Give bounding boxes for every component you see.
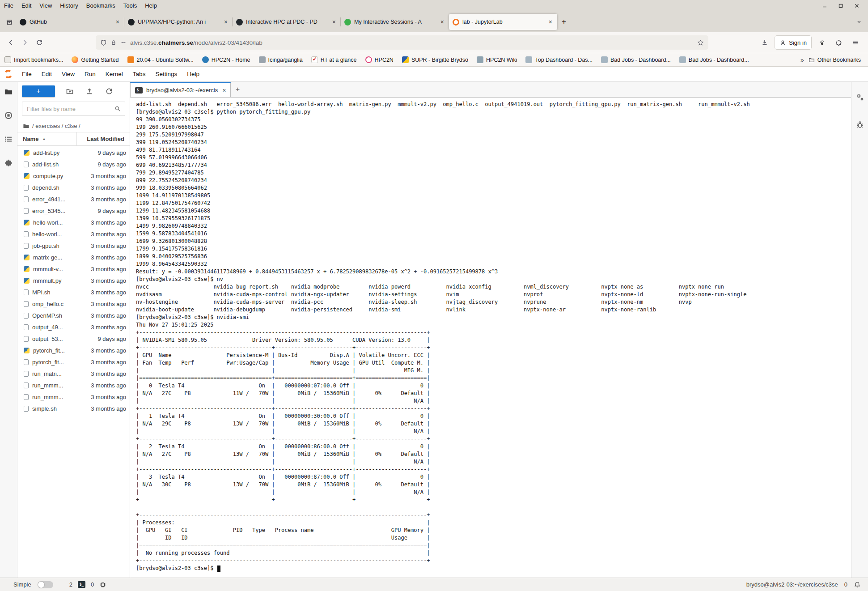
- bookmark-item[interactable]: Bad Jobs - Dashboard...: [679, 56, 749, 63]
- browser-menu-bookmarks[interactable]: Bookmarks: [82, 0, 119, 12]
- browser-tab[interactable]: GitHub×: [16, 14, 124, 30]
- bookmark-item[interactable]: Top Dashboard - Das...: [525, 56, 593, 63]
- kernel-count[interactable]: 0: [90, 581, 95, 588]
- notification-count[interactable]: 0: [844, 581, 847, 588]
- bookmark-star-icon[interactable]: [697, 39, 704, 46]
- file-row[interactable]: depend.sh3 months ago: [17, 182, 130, 193]
- add-tab-button[interactable]: +: [231, 83, 244, 96]
- browser-tab[interactable]: My Interactive Sessions - A×: [341, 14, 449, 30]
- gnome-extension-icon[interactable]: [814, 35, 829, 50]
- tracking-shield-icon[interactable]: [100, 39, 107, 46]
- column-modified-header[interactable]: Last Modified: [81, 136, 124, 142]
- file-row[interactable]: pytorch_fit...3 months ago: [17, 356, 130, 368]
- browser-menu-history[interactable]: History: [56, 0, 82, 12]
- file-row[interactable]: hello-worl...3 months ago: [17, 228, 130, 240]
- bookmark-item[interactable]: HPC2N: [365, 56, 394, 63]
- filter-files-input[interactable]: [26, 105, 114, 113]
- forward-icon[interactable]: [18, 35, 32, 50]
- file-row[interactable]: mmmult-v...3 months ago: [17, 263, 130, 275]
- browser-tab[interactable]: Interactive HPC at PDC - PD×: [233, 14, 341, 30]
- close-window-icon[interactable]: [852, 2, 862, 10]
- upload-icon[interactable]: [85, 86, 94, 96]
- lock-icon[interactable]: [110, 39, 117, 46]
- file-row[interactable]: omp_hello.c3 months ago: [17, 298, 130, 310]
- debugger-bug-icon[interactable]: [855, 119, 865, 130]
- extension-puzzle-icon[interactable]: [831, 35, 846, 50]
- file-row[interactable]: OpenMP.sh3 months ago: [17, 310, 130, 321]
- browser-menu-view[interactable]: View: [35, 0, 56, 12]
- bookmark-item[interactable]: SUPR - Birgitte Brydsö: [402, 56, 468, 63]
- property-inspector-icon[interactable]: [855, 92, 865, 102]
- file-row[interactable]: run_matri...3 months ago: [17, 368, 130, 379]
- file-row[interactable]: output_49...3 months ago: [17, 321, 130, 333]
- bookmark-item[interactable]: Bad Jobs - Dashboard...: [601, 56, 671, 63]
- file-row[interactable]: simple.sh3 months ago: [17, 403, 130, 414]
- permissions-icon[interactable]: [120, 39, 127, 46]
- tab-close-icon[interactable]: ×: [223, 18, 229, 26]
- file-browser-icon[interactable]: [3, 86, 14, 97]
- list-all-tabs-icon[interactable]: [853, 15, 865, 29]
- running-kernels-icon[interactable]: [3, 110, 14, 121]
- file-row[interactable]: MPI.sh3 months ago: [17, 286, 130, 298]
- tab-close-icon[interactable]: ×: [547, 18, 554, 26]
- simple-mode-toggle[interactable]: [38, 581, 53, 588]
- jupyter-menu-view[interactable]: View: [57, 67, 80, 81]
- terminal-tab[interactable]: $_ brydso@alvis2-03:~/exercis ×: [130, 82, 231, 97]
- terminal-count[interactable]: 2: [68, 581, 73, 588]
- url-bar[interactable]: alvis.c3se.chalmers.se/node/alvis2-03/41…: [96, 35, 708, 50]
- jupyter-menu-settings[interactable]: Settings: [150, 67, 182, 81]
- terminal-path-status[interactable]: brydso@alvis2-03:~/exercises/c3se: [746, 581, 838, 588]
- file-row[interactable]: job-gpu.sh3 months ago: [17, 240, 130, 251]
- reload-icon[interactable]: [32, 35, 47, 50]
- file-row[interactable]: compute.py3 months ago: [17, 170, 130, 182]
- bookmark-item[interactable]: 20.04 - Ubuntu Softw...: [127, 56, 194, 63]
- back-icon[interactable]: [4, 35, 18, 50]
- hamburger-menu-icon[interactable]: [848, 35, 863, 50]
- breadcrumb-path[interactable]: / exercises / c3se /: [32, 123, 80, 129]
- bookmark-item[interactable]: Getting Started: [72, 56, 119, 63]
- sign-in-button[interactable]: Sign in: [775, 35, 812, 50]
- new-folder-icon[interactable]: [65, 86, 75, 96]
- column-name-header[interactable]: Name ▲: [23, 136, 76, 142]
- bookmark-item[interactable]: Icinga/ganglia: [259, 56, 303, 63]
- extension-manager-icon[interactable]: [3, 157, 14, 168]
- file-row[interactable]: error_5345...9 days ago: [17, 205, 130, 217]
- bookmarks-overflow-icon[interactable]: »: [796, 56, 809, 64]
- file-row[interactable]: matrix-ge...3 months ago: [17, 251, 130, 263]
- tab-close-icon[interactable]: ×: [221, 87, 226, 94]
- bookmark-item[interactable]: Import bookmarks...: [4, 56, 63, 63]
- minimize-icon[interactable]: [820, 2, 830, 10]
- url-text[interactable]: alvis.c3se.chalmers.se/node/alvis2-03/41…: [130, 39, 694, 46]
- breadcrumb[interactable]: / exercises / c3se /: [17, 119, 130, 132]
- browser-menu-edit[interactable]: Edit: [17, 0, 35, 12]
- tab-close-icon[interactable]: ×: [114, 18, 121, 26]
- jupyter-menu-file[interactable]: File: [17, 67, 37, 81]
- browser-tab[interactable]: lab - JupyterLab×: [449, 14, 557, 30]
- firefox-view-icon[interactable]: [3, 15, 16, 30]
- jupyter-menu-kernel[interactable]: Kernel: [101, 67, 128, 81]
- browser-menu-file[interactable]: File: [0, 0, 17, 12]
- file-row[interactable]: pytorch_fit...3 months ago: [17, 344, 130, 356]
- tab-close-icon[interactable]: ×: [331, 18, 337, 26]
- jupyter-menu-run[interactable]: Run: [80, 67, 101, 81]
- terminal[interactable]: add-list.sh depend.sh error_5345086.err …: [130, 98, 851, 578]
- jupyter-menu-edit[interactable]: Edit: [37, 67, 57, 81]
- jupyter-menu-tabs[interactable]: Tabs: [128, 67, 151, 81]
- file-row[interactable]: output_53...9 days ago: [17, 333, 130, 344]
- maximize-icon[interactable]: [836, 2, 846, 10]
- file-row[interactable]: run_mmm...3 months ago: [17, 391, 130, 403]
- new-launcher-button[interactable]: +: [22, 85, 55, 97]
- file-row[interactable]: run_mmm...3 months ago: [17, 379, 130, 391]
- downloads-icon[interactable]: [758, 35, 772, 50]
- bookmark-item[interactable]: HPC2N Wiki: [477, 56, 517, 63]
- refresh-icon[interactable]: [104, 86, 114, 96]
- new-tab-button[interactable]: +: [557, 15, 571, 29]
- bookmark-item[interactable]: HPC2N - Home: [202, 56, 250, 63]
- file-row[interactable]: add-list.sh9 days ago: [17, 158, 130, 170]
- browser-menu-tools[interactable]: Tools: [119, 0, 141, 12]
- tab-close-icon[interactable]: ×: [439, 18, 445, 26]
- bookmark-item[interactable]: RT at a glance: [311, 56, 357, 63]
- file-row[interactable]: error_4941...3 months ago: [17, 193, 130, 205]
- terminal-cursor[interactable]: [217, 565, 220, 572]
- jupyter-menu-help[interactable]: Help: [182, 67, 204, 81]
